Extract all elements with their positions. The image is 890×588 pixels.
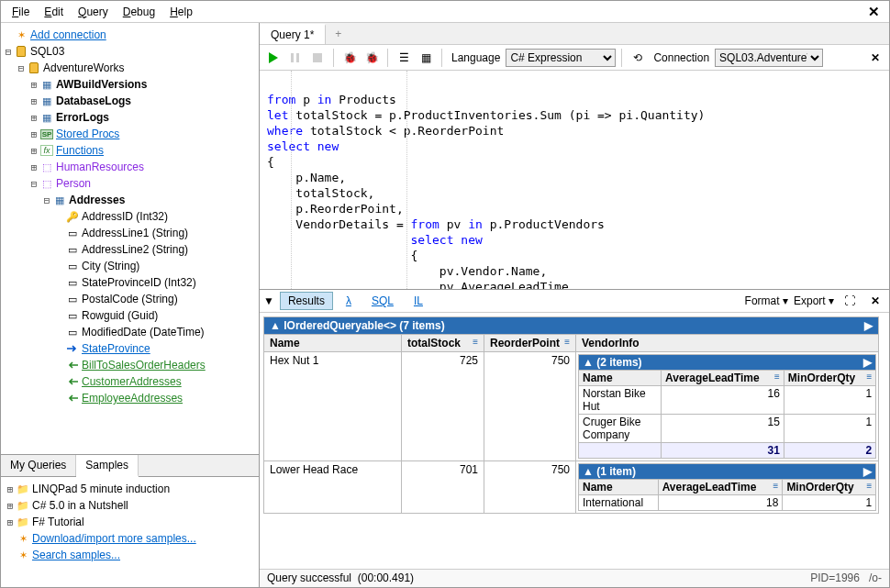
collapse-icon[interactable]: ▼ <box>263 294 274 307</box>
column-node[interactable]: AddressID (Int32) <box>82 210 168 223</box>
toggle-icon[interactable]: ⊞ <box>28 79 39 91</box>
tab-sql[interactable]: SQL <box>364 293 401 309</box>
sample-item[interactable]: C# 5.0 in a Nutshell <box>32 499 128 512</box>
rich-text-icon[interactable]: ☰ <box>394 48 414 68</box>
table-node[interactable]: AWBuildVersions <box>56 78 147 91</box>
tab-lambda[interactable]: λ <box>339 293 359 309</box>
tab-results[interactable]: Results <box>280 292 333 310</box>
sample-item[interactable]: F# Tutorial <box>32 516 84 528</box>
col-header[interactable]: VendorInfo <box>576 334 879 351</box>
col-header[interactable]: Name <box>579 370 662 385</box>
tab-samples[interactable]: Samples <box>76 455 139 477</box>
toggle-icon[interactable]: ⊟ <box>3 46 14 58</box>
menu-debug[interactable]: Debug <box>116 4 162 20</box>
column-node[interactable]: AddressLine2 (String) <box>82 243 188 256</box>
functions-node[interactable]: Functions <box>56 144 104 157</box>
column-node[interactable]: City (String) <box>82 260 139 272</box>
sample-item[interactable]: LINQPad 5 minute induction <box>32 483 170 495</box>
stop-button[interactable] <box>307 48 328 68</box>
toggle-icon[interactable]: ⊞ <box>5 500 16 512</box>
column-node[interactable]: ModifiedDate (DateTime) <box>82 326 205 338</box>
table-row[interactable]: Lower Head Race 701 750 ▲ (1 item)▶ Name… <box>264 460 879 513</box>
column-node[interactable]: Rowguid (Guid) <box>82 309 158 322</box>
toggle-icon[interactable]: ⊟ <box>28 178 39 190</box>
tab-myqueries[interactable]: My Queries <box>1 455 76 476</box>
language-select[interactable]: C# Expression <box>506 49 616 67</box>
col-header[interactable]: MinOrderQty≡ <box>784 370 875 385</box>
column-node[interactable]: AddressLine1 (String) <box>82 227 188 239</box>
folder-icon: 📁 <box>16 482 30 496</box>
code-editor[interactable]: from p in Products let totalStock = p.Pr… <box>260 71 889 289</box>
toggle-icon[interactable]: ⊟ <box>41 194 52 206</box>
toggle-icon[interactable]: ⊞ <box>28 95 39 107</box>
table-node[interactable]: ErrorLogs <box>56 111 109 124</box>
server-node[interactable]: SQL03 <box>30 45 64 58</box>
column-node[interactable]: PostalCode (String) <box>82 293 178 305</box>
col-header[interactable]: Name <box>264 334 402 351</box>
toggle-icon[interactable]: ⊞ <box>28 128 39 140</box>
schema-node[interactable]: Person <box>56 177 91 190</box>
close-icon[interactable]: ✕ <box>865 291 885 311</box>
toggle-icon[interactable]: ⊞ <box>5 483 16 495</box>
table-row[interactable]: Hex Nut 1 725 750 ▲ (2 items)▶ NameAvera… <box>264 351 879 460</box>
menu-help[interactable]: Help <box>162 4 200 20</box>
nav-node[interactable]: BillToSalesOrderHeaders <box>82 359 206 372</box>
sort-icon[interactable]: ≡ <box>564 337 570 347</box>
totals-row: 312 <box>579 442 876 458</box>
svg-rect-1 <box>296 53 299 62</box>
results-grid[interactable]: ▲ IOrderedQueryable<> (7 items)▶ Name to… <box>260 313 889 569</box>
add-connection-link[interactable]: Add connection <box>30 28 106 41</box>
toggle-icon[interactable]: ⊟ <box>16 62 27 74</box>
format-dropdown[interactable]: Format ▾ <box>745 294 788 307</box>
col-header[interactable]: MinOrderQty≡ <box>783 479 876 494</box>
bug-icon[interactable]: 🐞 <box>362 48 382 68</box>
sort-icon[interactable]: ≡ <box>473 337 478 347</box>
menu-edit[interactable]: Edit <box>37 4 71 20</box>
schema-icon: ⬚ <box>39 176 54 191</box>
nav-node[interactable]: EmployeeAddresses <box>82 392 183 405</box>
col-header[interactable]: totalStock≡ <box>402 334 484 351</box>
schema-node[interactable]: HumanResources <box>56 161 144 173</box>
database-node[interactable]: AdventureWorks <box>43 61 124 74</box>
toggle-icon[interactable]: ⊞ <box>28 145 39 157</box>
close-icon[interactable]: ✕ <box>865 48 885 68</box>
table-row[interactable]: International181 <box>579 494 876 510</box>
grid-icon[interactable]: ▦ <box>416 48 436 68</box>
storedprocs-node[interactable]: Stored Procs <box>56 128 119 140</box>
table-icon: ▦ <box>39 94 54 108</box>
run-button[interactable] <box>263 48 284 68</box>
connection-select[interactable]: SQL03.AdventureW <box>715 49 823 67</box>
toggle-icon[interactable]: ⊞ <box>5 516 16 528</box>
search-samples-link[interactable]: Search samples... <box>32 549 120 561</box>
col-header[interactable]: ReorderPoint≡ <box>484 334 576 351</box>
menu-file[interactable]: File <box>5 4 37 20</box>
close-pane-icon[interactable]: ✕ <box>862 4 885 20</box>
expand-icon[interactable]: ⛶ <box>840 291 860 311</box>
download-samples-link[interactable]: Download/import more samples... <box>32 532 196 545</box>
query-tab[interactable]: Query 1* <box>260 24 326 44</box>
nav-node[interactable]: CustomerAddresses <box>82 375 182 388</box>
menu-query[interactable]: Query <box>71 4 116 20</box>
sort-icon[interactable]: ≡ <box>866 372 872 382</box>
col-header[interactable]: AverageLeadTime≡ <box>658 479 783 494</box>
export-dropdown[interactable]: Export ▾ <box>794 294 834 307</box>
column-node[interactable]: StateProvinceID (Int32) <box>82 276 196 289</box>
toggle-icon[interactable]: ⊞ <box>28 112 39 124</box>
table-node[interactable]: Addresses <box>69 194 125 206</box>
col-header[interactable]: AverageLeadTime≡ <box>662 370 784 385</box>
table-icon: ▦ <box>52 193 67 207</box>
connection-icon[interactable]: ⟲ <box>628 48 648 68</box>
table-node[interactable]: DatabaseLogs <box>56 94 131 107</box>
subgrid-title: ▲ (2 items)▶ <box>579 354 876 370</box>
tab-il[interactable]: IL <box>406 293 430 309</box>
pause-button[interactable] <box>285 48 306 68</box>
server-icon <box>14 44 28 59</box>
nav-node[interactable]: StateProvince <box>82 342 150 355</box>
bug-icon[interactable]: 🐞 <box>339 48 360 68</box>
toggle-icon[interactable]: ⊞ <box>28 161 39 173</box>
new-tab-button[interactable]: + <box>326 25 350 43</box>
col-header[interactable]: Name <box>579 479 659 494</box>
table-row[interactable]: Cruger Bike Company151 <box>579 414 876 442</box>
sort-icon[interactable]: ≡ <box>774 372 780 382</box>
table-row[interactable]: Norstan Bike Hut161 <box>579 385 876 414</box>
